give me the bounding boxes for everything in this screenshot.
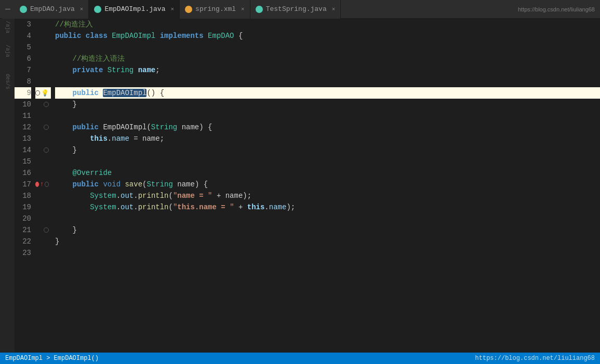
error-dot-17	[35, 182, 39, 187]
gutter-18	[35, 190, 51, 201]
arrow-up-icon-17: ↑	[40, 181, 44, 188]
code-line-4: public class EmpDAOImpl implements EmpDA…	[55, 30, 600, 42]
tab-empdao-icon	[20, 6, 27, 13]
code-line-7: private String name;	[55, 64, 600, 76]
collapse-arrow-12[interactable]	[44, 125, 49, 130]
linenum-23: 23	[15, 247, 31, 259]
gutter-10	[35, 99, 51, 110]
code-line-12: public EmpDAOImpl(String name) {	[55, 122, 600, 133]
tab-testspring-icon	[256, 6, 263, 13]
sidebar-text3: des/s	[5, 74, 10, 89]
gutter-4	[35, 30, 51, 42]
code-area[interactable]: 3 4 5 6 7 8 9 10 11 12 13 14 15 16 17 18…	[15, 19, 600, 353]
gutter-5	[35, 42, 51, 53]
gutter-7	[35, 64, 51, 76]
code-line-10: }	[55, 99, 600, 110]
tab-spring[interactable]: spring.xml ×	[180, 0, 250, 19]
tab-empdaoimpl-close[interactable]: ×	[170, 6, 174, 12]
gutter-9: 💡	[35, 87, 51, 99]
tab-empdao-close[interactable]: ×	[80, 6, 84, 12]
linenum-21: 21	[15, 224, 31, 236]
collapse-arrow-9[interactable]	[35, 90, 40, 96]
gutter-14	[35, 144, 51, 156]
linenum-4: 4	[15, 30, 31, 42]
tab-empdaoimpl[interactable]: EmpDAOImpl.java ×	[89, 0, 180, 19]
sidebar-text2: /aja	[5, 45, 10, 57]
gutter-15	[35, 156, 51, 167]
code-line-23	[55, 247, 600, 259]
tab-testspring[interactable]: TestSpring.java ×	[250, 0, 341, 19]
line-numbers: 3 4 5 6 7 8 9 10 11 12 13 14 15 16 17 18…	[15, 19, 35, 353]
collapse-arrow-10[interactable]	[44, 102, 49, 107]
code-line-5	[55, 42, 600, 53]
gutter: 💡 ↑	[35, 19, 51, 353]
linenum-22: 22	[15, 236, 31, 247]
linenum-11: 11	[15, 110, 31, 122]
watermark-bottom: https://blog.csdn.net/liuliang68	[475, 355, 595, 362]
gutter-23	[35, 247, 51, 259]
nav-button[interactable]: —	[2, 0, 15, 19]
linenum-6: 6	[15, 53, 31, 64]
gutter-3	[35, 19, 51, 30]
gutter-20	[35, 213, 51, 224]
linenum-7: 7	[15, 64, 31, 76]
linenum-15: 15	[15, 156, 31, 167]
code-line-8	[55, 76, 600, 87]
code-line-22: }	[55, 236, 600, 247]
status-bar: EmpDAOImpl > EmpDAOImpl() https://blog.c…	[0, 353, 600, 364]
watermark-top: https://blog.csdn.net/liuliang68	[518, 6, 600, 12]
collapse-arrow-17[interactable]	[45, 182, 49, 187]
code-line-15	[55, 156, 600, 167]
gutter-21	[35, 224, 51, 236]
code-line-16: @Override	[55, 167, 600, 179]
selected-empdaoimpl: EmpDAOImpl	[103, 89, 146, 97]
code-content[interactable]: //构造注入 public class EmpDAOImpl implement…	[51, 19, 600, 353]
gutter-22	[35, 236, 51, 247]
gutter-6	[35, 53, 51, 64]
linenum-3: 3	[15, 19, 31, 30]
code-line-6: //构造注入语法	[55, 53, 600, 64]
gutter-16	[35, 167, 51, 179]
linenum-19: 19	[15, 201, 31, 213]
tab-empdao-label: EmpDAO.java	[30, 5, 75, 13]
gutter-12	[35, 122, 51, 133]
tab-testspring-label: TestSpring.java	[266, 5, 327, 13]
code-line-20	[55, 213, 600, 224]
code-line-9: public EmpDAOImpl() {	[55, 87, 600, 99]
linenum-17: 17	[15, 179, 31, 190]
code-line-18: System.out.println("name = " + name);	[55, 190, 600, 201]
code-line-17: public void save(String name) {	[55, 179, 600, 190]
linenum-20: 20	[15, 213, 31, 224]
linenum-16: 16	[15, 167, 31, 179]
linenum-5: 5	[15, 42, 31, 53]
tab-testspring-close[interactable]: ×	[332, 6, 336, 12]
gutter-17: ↑	[35, 179, 51, 190]
gutter-11	[35, 110, 51, 122]
breadcrumb: EmpDAOImpl > EmpDAOImpl()	[5, 355, 99, 362]
editor-container: /aja /aja des/s 3 4 5 6 7 8 9 10 11 12 1…	[0, 19, 600, 353]
tab-empdao[interactable]: EmpDAO.java ×	[15, 0, 89, 19]
linenum-14: 14	[15, 144, 31, 156]
code-line-13: this.name = name;	[55, 133, 600, 144]
code-line-11	[55, 110, 600, 122]
tab-spring-icon	[185, 6, 192, 13]
gutter-19	[35, 201, 51, 213]
linenum-10: 10	[15, 99, 31, 110]
gutter-13	[35, 133, 51, 144]
code-line-19: System.out.println("this.name = " + this…	[55, 201, 600, 213]
tab-spring-label: spring.xml	[195, 5, 236, 13]
linenum-12: 12	[15, 122, 31, 133]
code-line-14: }	[55, 144, 600, 156]
lightbulb-icon-9[interactable]: 💡	[41, 89, 49, 97]
collapse-arrow-21[interactable]	[44, 227, 49, 233]
sidebar-hint: /aja /aja des/s	[0, 19, 15, 353]
collapse-arrow-14[interactable]	[44, 147, 49, 153]
tab-empdaoimpl-icon	[94, 6, 101, 13]
linenum-18: 18	[15, 190, 31, 201]
linenum-13: 13	[15, 133, 31, 144]
linenum-9: 9	[15, 87, 31, 99]
tab-spring-close[interactable]: ×	[241, 6, 245, 12]
gutter-8	[35, 76, 51, 87]
tab-bar: — EmpDAO.java × EmpDAOImpl.java × spring…	[0, 0, 600, 19]
linenum-8: 8	[15, 76, 31, 87]
